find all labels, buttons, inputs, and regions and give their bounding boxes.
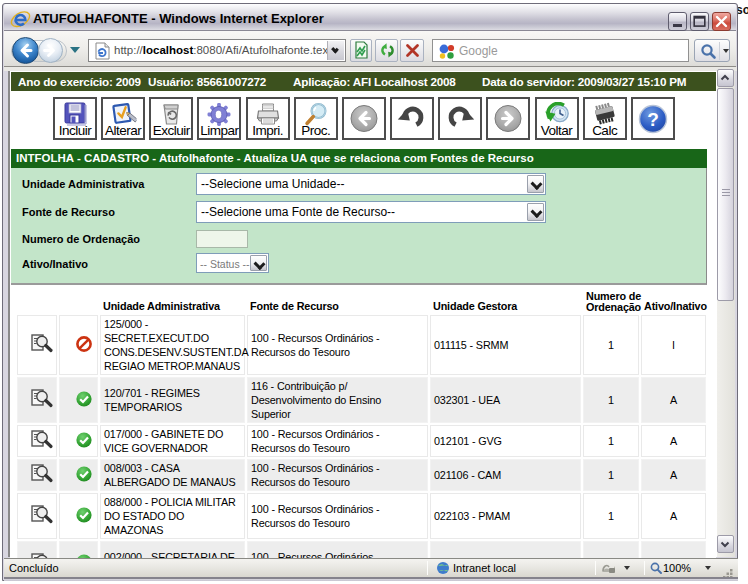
svg-text:?: ? <box>647 109 659 130</box>
